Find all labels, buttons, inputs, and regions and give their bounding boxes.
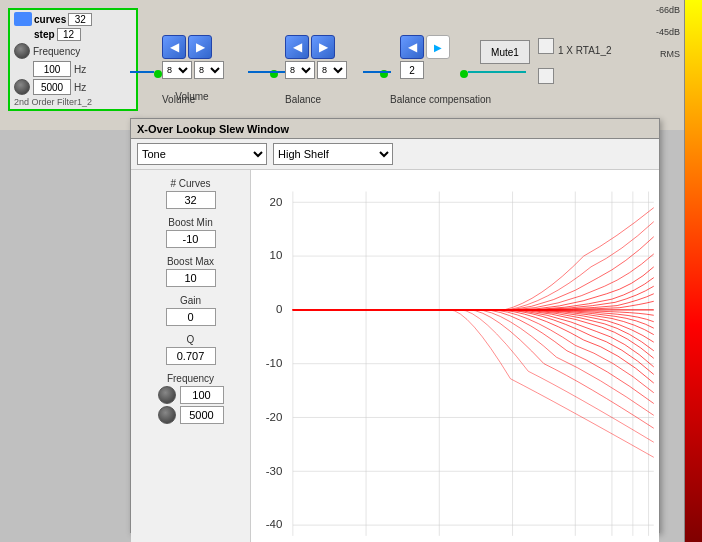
checkbox-1[interactable] [538,38,554,54]
bal-arrow-left[interactable]: ◀ [285,35,309,59]
step-label: step [34,29,55,40]
q-input[interactable] [166,347,216,365]
y-label-n20: -20 [266,410,283,423]
window-title: X-Over Lookup Slew Window [137,123,289,135]
bal-arrow-right-icon: ▶ [319,40,328,54]
db-neg45-label: -45dB [656,27,680,37]
freq-ctrl-label: Frequency [167,373,214,384]
filter-block-inner: curves step Frequency Hz Hz 2nd Order Fi… [8,8,138,111]
gain-input[interactable] [166,308,216,326]
checkbox-2[interactable] [538,68,554,84]
filter-icon [14,12,32,26]
balcomp-input[interactable] [400,61,424,79]
vol-dropdown-2[interactable]: 8 [194,61,224,79]
bal-dropdown-2[interactable]: 8 [317,61,347,79]
vol-dropdown-1[interactable]: 8 [162,61,192,79]
freq-max-knob-row [158,406,224,424]
vol-arrow-right[interactable]: ▶ [188,35,212,59]
shelf-select[interactable]: High Shelf Low Shelf Peak Notch [273,143,393,165]
h-connector-3 [363,71,391,73]
curves-group: # Curves [137,178,244,209]
balcomp-arrow-left[interactable]: ◀ [400,35,424,59]
freq-knob-row [158,386,224,404]
y-label-20: 20 [270,194,283,207]
boost-min-label: Boost Min [168,217,212,228]
chart-bg [251,170,659,542]
freq-max-unit: Hz [74,82,86,93]
main-window: X-Over Lookup Slew Window Tone High Shel… [130,118,660,533]
balance-section: ◀ ▶ 8 8 [285,35,347,79]
volume-section: ◀ ▶ 8 8 Volume [162,35,224,79]
step-input[interactable] [57,28,81,41]
arrow-buttons-volume: ◀ ▶ 8 8 [162,35,224,79]
gain-label: Gain [180,295,201,306]
freq-unit: Hz [74,64,86,75]
freq-value-row: Hz [14,61,132,77]
balance-comp-text: Balance compensation [390,94,491,105]
chart-body: # Curves Boost Min Boost Max Gain Q [131,170,659,542]
y-label-n30: -30 [266,463,283,476]
freq-value-input[interactable] [33,61,71,77]
balcomp-left-icon: ◀ [408,40,417,54]
balcomp-right-icon: ▶ [434,42,442,53]
filter-bottom-label: 2nd Order Filter1_2 [14,97,132,107]
freq-max-input[interactable] [33,79,71,95]
curves-label: # Curves [170,178,210,189]
bal-arrow-right[interactable]: ▶ [311,35,335,59]
h-connector-2 [248,71,285,73]
q-label: Q [187,334,195,345]
bal-dropdown-1[interactable]: 8 [285,61,315,79]
arrow-right-icon: ▶ [196,40,205,54]
right-panel-labels: -66dB -45dB RMS [656,5,680,59]
y-label-10: 10 [270,248,283,261]
connection-dot-1 [154,70,162,78]
rms-label: RMS [656,49,680,59]
boost-min-input[interactable] [166,230,216,248]
controls-panel: # Curves Boost Min Boost Max Gain Q [131,170,251,542]
freq-max-knob[interactable] [14,79,30,95]
h-connector-1 [130,71,154,73]
y-label-n40: -40 [266,517,283,530]
balance-text: Balance [285,94,321,105]
filter-name: curves [34,14,66,25]
volume-text: Volume [162,94,195,105]
rta-label: 1 X RTA1_2 [558,45,612,56]
gain-group: Gain [137,295,244,326]
arrow-left-icon: ◀ [170,40,179,54]
dropdown-row: Tone High Shelf Low Shelf Peak Notch [131,139,659,170]
filter-curves-input[interactable] [68,13,92,26]
filter-header: curves [14,12,132,26]
connection-dot-4 [460,70,468,78]
db-neg66-label: -66dB [656,5,680,15]
boost-min-group: Boost Min [137,217,244,248]
bal-arrow-left-icon: ◀ [293,40,302,54]
frequency-knob[interactable] [14,43,30,59]
freq-group: Frequency [137,373,244,424]
window-inner: Tone High Shelf Low Shelf Peak Notch # C… [131,139,659,542]
vol-arrow-left[interactable]: ◀ [162,35,186,59]
y-label-0: 0 [276,302,283,315]
freq-max-ctrl-input[interactable] [180,406,224,424]
balcomp-arrow-right[interactable]: ▶ [426,35,450,59]
freq-ctrl-input[interactable] [180,386,224,404]
freq-max-ctrl-knob[interactable] [158,406,176,424]
freq-max-row: Hz [14,79,132,95]
q-group: Q [137,334,244,365]
mute-button[interactable]: Mute1 [480,40,530,64]
teal-connector [468,71,526,73]
chart-area: 20 10 0 -10 -20 -30 -40 20 100 1000 1000… [251,170,659,542]
chart-svg: 20 10 0 -10 -20 -30 -40 20 100 1000 1000… [251,170,659,542]
boost-max-label: Boost Max [167,256,214,267]
freq-label: Frequency [33,46,80,57]
boost-max-input[interactable] [166,269,216,287]
balance-comp-section: ◀ ▶ [400,35,450,79]
boost-max-group: Boost Max [137,256,244,287]
mute-area: Mute1 [480,40,530,64]
freq-ctrl-knob[interactable] [158,386,176,404]
window-titlebar: X-Over Lookup Slew Window [131,119,659,139]
tone-select[interactable]: Tone [137,143,267,165]
curves-input[interactable] [166,191,216,209]
filter-step-row: step [14,28,132,41]
frequency-row: Frequency [14,43,132,59]
y-label-n10: -10 [266,356,283,369]
